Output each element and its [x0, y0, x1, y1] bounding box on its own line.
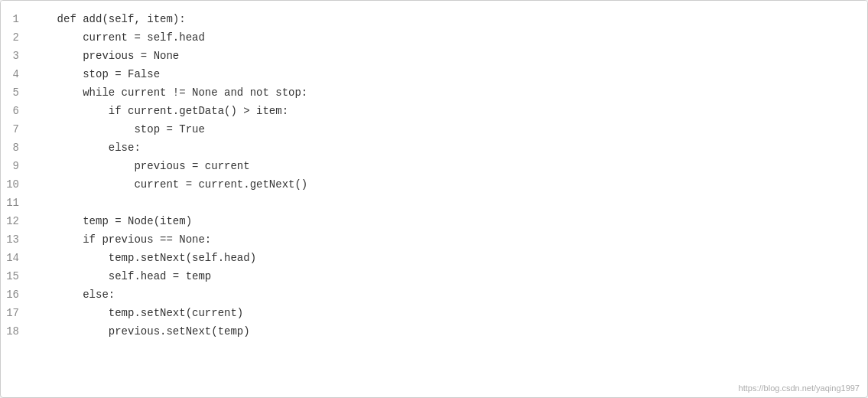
table-row: 16 else: [1, 285, 867, 304]
watermark: https://blog.csdn.net/yaqing1997 [739, 383, 860, 393]
table-row: 17 temp.setNext(current) [1, 304, 867, 322]
line-content: stop = False [31, 65, 160, 83]
line-number: 10 [1, 175, 31, 194]
line-number: 6 [1, 102, 31, 120]
table-row: 6 if current.getData() > item: [1, 102, 867, 120]
code-container: 1 def add(self, item):2 current = self.h… [0, 0, 868, 398]
line-number: 15 [1, 267, 31, 285]
table-row: 12 temp = Node(item) [1, 212, 867, 230]
line-number: 17 [1, 304, 31, 322]
line-number: 3 [1, 47, 31, 65]
table-row: 2 current = self.head [1, 28, 867, 47]
line-number: 7 [1, 120, 31, 139]
line-number: 8 [1, 139, 31, 157]
line-number: 9 [1, 157, 31, 175]
table-row: 14 temp.setNext(self.head) [1, 249, 867, 267]
line-content: previous = current [31, 157, 250, 175]
table-row: 7 stop = True [1, 120, 867, 139]
line-content: current = current.getNext() [31, 175, 307, 194]
table-row: 3 previous = None [1, 47, 867, 65]
line-content: stop = True [31, 120, 205, 139]
line-content: previous.setNext(temp) [31, 322, 250, 341]
table-row: 1 def add(self, item): [1, 10, 867, 28]
line-content: temp = Node(item) [31, 212, 192, 230]
table-row: 18 previous.setNext(temp) [1, 322, 867, 341]
line-number: 14 [1, 249, 31, 267]
line-content: if previous == None: [31, 230, 211, 249]
table-row: 9 previous = current [1, 157, 867, 175]
line-number: 12 [1, 212, 31, 230]
table-row: 15 self.head = temp [1, 267, 867, 285]
line-content: if current.getData() > item: [31, 102, 288, 120]
line-content: self.head = temp [31, 267, 211, 285]
line-number: 16 [1, 285, 31, 304]
line-number: 18 [1, 322, 31, 341]
line-content: else: [31, 285, 115, 304]
line-number: 13 [1, 230, 31, 249]
table-row: 8 else: [1, 139, 867, 157]
table-row: 11 [1, 194, 867, 212]
table-row: 4 stop = False [1, 65, 867, 83]
line-number: 4 [1, 65, 31, 83]
line-number: 11 [1, 194, 31, 212]
line-number: 5 [1, 83, 31, 102]
line-content: temp.setNext(current) [31, 304, 243, 322]
line-content: previous = None [31, 47, 179, 65]
line-content: else: [31, 139, 141, 157]
table-row: 5 while current != None and not stop: [1, 83, 867, 102]
table-row: 13 if previous == None: [1, 230, 867, 249]
line-content: while current != None and not stop: [31, 83, 307, 102]
line-content: def add(self, item): [31, 10, 186, 28]
code-block: 1 def add(self, item):2 current = self.h… [1, 1, 867, 350]
line-content: temp.setNext(self.head) [31, 249, 256, 267]
line-number: 2 [1, 28, 31, 47]
table-row: 10 current = current.getNext() [1, 175, 867, 194]
line-number: 1 [1, 10, 31, 28]
line-content: current = self.head [31, 28, 205, 47]
